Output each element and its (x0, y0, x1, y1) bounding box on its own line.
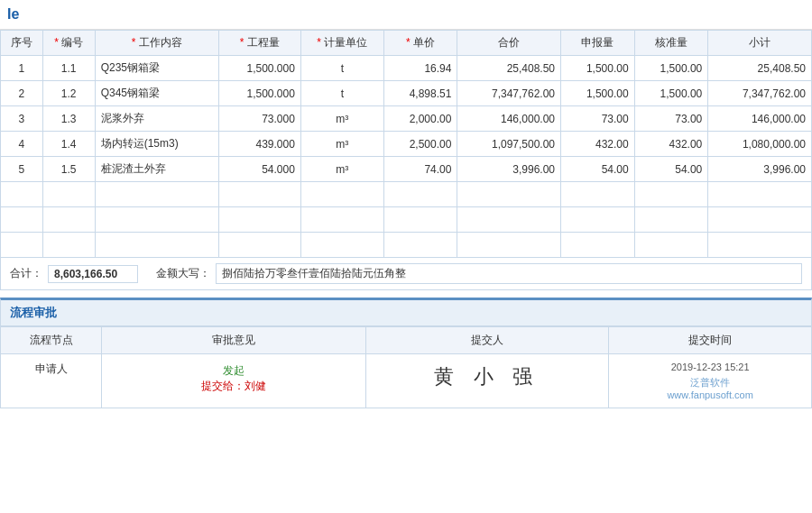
nav-logo: Ie (7, 6, 19, 23)
cell-quantity: 54.000 (218, 157, 300, 182)
spacer-cell (1, 207, 43, 233)
spacer-row (1, 182, 812, 207)
cell-subtotal: 146,000.00 (708, 106, 812, 132)
col-header-declared: 申报量 (561, 31, 635, 56)
cell-total: 1,097,500.00 (457, 132, 561, 157)
col-header-price: 单价 (383, 31, 457, 56)
cell-unit: m³ (300, 157, 383, 182)
spacer-cell (95, 233, 218, 258)
spacer-cell (708, 207, 812, 233)
cell-total: 7,347,762.00 (457, 81, 561, 106)
cell-approved: 1,500.00 (634, 81, 708, 106)
col-header-quantity: 工程量 (218, 31, 300, 56)
cell-unit: m³ (300, 132, 383, 157)
wf-col-node: 流程节点 (1, 327, 102, 354)
spacer-cell (383, 182, 457, 207)
workflow-title: 流程审批 (0, 298, 812, 326)
spacer-cell (42, 182, 95, 207)
wf-cell-comment: 发起 提交给：刘健 (102, 354, 365, 408)
cell-price: 16.94 (383, 56, 457, 81)
spacer-row (1, 233, 812, 258)
spacer-cell (561, 207, 635, 233)
spacer-cell (95, 207, 218, 233)
workflow-row: 申请人 发起 提交给：刘健 黄 小 强 2019-12-23 15:21 泛普软… (1, 354, 812, 408)
cell-quantity: 439.000 (218, 132, 300, 157)
table-row: 2 1.2 Q345钢箱梁 1,500.000 t 4,898.51 7,347… (1, 81, 812, 106)
wf-cell-node: 申请人 (1, 354, 102, 408)
spacer-cell (457, 182, 561, 207)
col-header-total: 合价 (457, 31, 561, 56)
cell-subtotal: 7,347,762.00 (708, 81, 812, 106)
col-header-content: 工作内容 (95, 31, 218, 56)
cell-declared: 54.00 (561, 157, 635, 182)
table-row: 4 1.4 场内转运(15m3) 439.000 m³ 2,500.00 1,0… (1, 132, 812, 157)
spacer-cell (300, 233, 383, 258)
cell-seq: 2 (1, 81, 43, 106)
cell-code: 1.2 (42, 81, 95, 106)
spacer-cell (457, 233, 561, 258)
daxie-value: 捌佰陆拾万零叁仟壹佰陆拾陆元伍角整 (216, 263, 802, 284)
data-table: 序号 编号 工作内容 工程量 计量单位 单价 合价 申报量 核准量 小计 1 1… (0, 30, 812, 258)
wf-comment-line2: 提交给：刘健 (201, 380, 266, 392)
cell-price: 74.00 (383, 157, 457, 182)
cell-content: 泥浆外弃 (95, 106, 218, 132)
wf-col-comment: 审批意见 (102, 327, 365, 354)
table-row: 1 1.1 Q235钢箱梁 1,500.000 t 16.94 25,408.5… (1, 56, 812, 81)
col-header-code: 编号 (42, 31, 95, 56)
spacer-cell (300, 182, 383, 207)
workflow-header-row: 流程节点 审批意见 提交人 提交时间 (1, 327, 812, 354)
spacer-cell (457, 207, 561, 233)
cell-price: 4,898.51 (383, 81, 457, 106)
cell-subtotal: 1,080,000.00 (708, 132, 812, 157)
cell-declared: 1,500.00 (561, 81, 635, 106)
spacer-cell (634, 182, 708, 207)
spacer-cell (42, 233, 95, 258)
cell-subtotal: 25,408.50 (708, 56, 812, 81)
spacer-cell (95, 182, 218, 207)
cell-code: 1.3 (42, 106, 95, 132)
wf-col-time: 提交时间 (609, 327, 812, 354)
col-header-subtotal: 小计 (708, 31, 812, 56)
wf-cell-time: 2019-12-23 15:21 泛普软件www.fanpusoft.com (609, 354, 812, 408)
spacer-cell (218, 233, 300, 258)
col-header-approved: 核准量 (634, 31, 708, 56)
cell-code: 1.4 (42, 132, 95, 157)
cell-code: 1.1 (42, 56, 95, 81)
spacer-cell (634, 207, 708, 233)
wf-comment-line1: 发起 (116, 363, 350, 379)
spacer-row (1, 207, 812, 233)
spacer-cell (708, 233, 812, 258)
cell-content: Q235钢箱梁 (95, 56, 218, 81)
cell-declared: 432.00 (561, 132, 635, 157)
spacer-cell (218, 207, 300, 233)
cell-declared: 1,500.00 (561, 56, 635, 81)
cell-total: 3,996.00 (457, 157, 561, 182)
total-label: 合计： (10, 266, 42, 281)
cell-price: 2,500.00 (383, 132, 457, 157)
cell-content: 场内转运(15m3) (95, 132, 218, 157)
col-header-seq: 序号 (1, 31, 43, 56)
page-wrapper: Ie 序号 编号 工作内容 工程量 计量单位 单价 合价 申报量 核准量 小计 (0, 0, 812, 513)
cell-quantity: 1,500.000 (218, 56, 300, 81)
main-content: 序号 编号 工作内容 工程量 计量单位 单价 合价 申报量 核准量 小计 1 1… (0, 30, 812, 408)
spacer-cell (42, 207, 95, 233)
spacer-cell (561, 233, 635, 258)
table-row: 3 1.3 泥浆外弃 73.000 m³ 2,000.00 146,000.00… (1, 106, 812, 132)
workflow-table: 流程节点 审批意见 提交人 提交时间 申请人 发起 提交给：刘健 黄 小 强 2… (0, 326, 812, 408)
cell-approved: 54.00 (634, 157, 708, 182)
cell-total: 146,000.00 (457, 106, 561, 132)
spacer-cell (1, 182, 43, 207)
table-header-row: 序号 编号 工作内容 工程量 计量单位 单价 合价 申报量 核准量 小计 (1, 31, 812, 56)
cell-seq: 4 (1, 132, 43, 157)
cell-price: 2,000.00 (383, 106, 457, 132)
spacer-cell (300, 207, 383, 233)
cell-content: 桩泥渣土外弃 (95, 157, 218, 182)
cell-approved: 73.00 (634, 106, 708, 132)
cell-code: 1.5 (42, 157, 95, 182)
col-header-unit: 计量单位 (300, 31, 383, 56)
cell-quantity: 1,500.000 (218, 81, 300, 106)
wf-cell-submitter: 黄 小 强 (365, 354, 609, 408)
cell-approved: 432.00 (634, 132, 708, 157)
cell-seq: 1 (1, 56, 43, 81)
table-row: 5 1.5 桩泥渣土外弃 54.000 m³ 74.00 3,996.00 54… (1, 157, 812, 182)
